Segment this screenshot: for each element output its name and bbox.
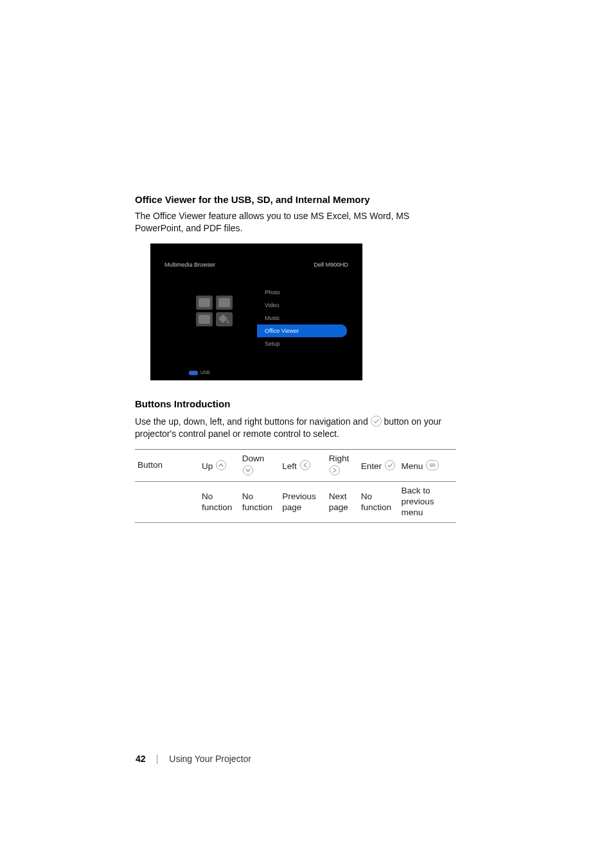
check-icon (371, 416, 382, 427)
screen-menu: Photo Video Music Office Viewer Setup (257, 286, 347, 350)
word-icon (216, 296, 233, 310)
td-right: Next page (326, 482, 359, 523)
projector-screenshot: Multimedia Browser Dell M900HD Photo Vid… (150, 244, 362, 380)
footer-separator (157, 755, 157, 764)
screen-source: USB (189, 370, 209, 375)
th-right: Right (326, 449, 359, 482)
th-up-label: Up (202, 461, 213, 471)
menu-item-setup: Setup (257, 337, 347, 350)
th-enter-label: Enter (361, 461, 382, 471)
th-left: Left (280, 449, 326, 482)
buttons-table: Button Up Down Left (135, 449, 456, 523)
menu-item-office: Office Viewer (257, 324, 347, 337)
page-number: 42 (136, 754, 146, 764)
enter-icon (385, 460, 395, 470)
intro-buttons-a: Use the up, down, left, and right button… (135, 416, 371, 427)
td-left: Previous page (280, 482, 326, 523)
page-footer: 42 Using Your Projector (136, 754, 251, 764)
th-right-label: Right (329, 454, 350, 463)
intro-buttons: Use the up, down, left, and right button… (135, 414, 456, 440)
th-left-label: Left (282, 461, 297, 471)
intro-office-viewer: The Office Viewer feature allows you to … (135, 210, 456, 235)
menu-item-office-label: Office Viewer (265, 328, 299, 334)
right-icon (330, 465, 340, 475)
pdf-icon (216, 312, 233, 326)
th-menu-label: Menu (402, 461, 423, 471)
th-button: Button (135, 449, 199, 482)
td-down: No function (240, 482, 280, 523)
usb-chip-icon (189, 371, 198, 375)
document-page: Office Viewer for the USB, SD, and Inter… (0, 0, 613, 868)
td-button (135, 482, 199, 523)
th-enter: Enter (359, 449, 399, 482)
excel-icon (196, 296, 213, 310)
screen-model: Dell M900HD (314, 261, 348, 268)
menu-icon (426, 460, 439, 470)
heading-buttons: Buttons Introduction (135, 398, 456, 409)
heading-office-viewer: Office Viewer for the USB, SD, and Inter… (135, 194, 456, 205)
left-icon (300, 460, 310, 470)
table-row: No function No function Previous page Ne… (135, 482, 456, 523)
menu-item-music: Music (257, 312, 347, 324)
td-up: No function (199, 482, 240, 523)
menu-item-video: Video (257, 299, 347, 312)
th-menu: Menu (399, 449, 456, 482)
menu-item-photo: Photo (257, 286, 347, 299)
up-icon (216, 460, 226, 470)
th-down-label: Down (242, 454, 265, 463)
content-area: Office Viewer for the USB, SD, and Inter… (135, 194, 456, 523)
th-down: Down (240, 449, 280, 482)
screen-icons (195, 295, 234, 328)
screen-source-label: USB (200, 370, 209, 375)
down-icon (243, 465, 253, 475)
ppt-icon (196, 312, 213, 326)
table-header-row: Button Up Down Left (135, 449, 456, 482)
td-enter: No function (359, 482, 399, 523)
screen-title: Multimedia Browser (164, 261, 215, 268)
th-up: Up (199, 449, 240, 482)
td-menu: Back to previous menu (399, 482, 456, 523)
section-title: Using Your Projector (169, 754, 251, 764)
